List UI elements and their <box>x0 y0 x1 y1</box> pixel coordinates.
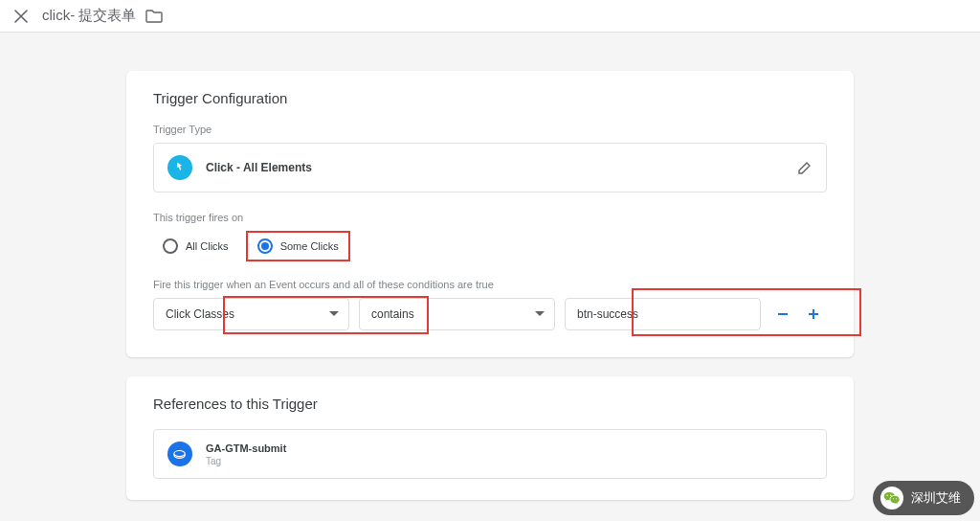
trigger-type-selector[interactable]: Click - All Elements <box>153 143 827 193</box>
trigger-type-value: Click - All Elements <box>206 161 312 174</box>
radio-icon <box>257 238 273 254</box>
click-icon <box>167 155 192 180</box>
trigger-config-card: Trigger Configuration Trigger Type Click… <box>126 71 854 357</box>
wechat-icon <box>880 487 903 510</box>
svg-rect-0 <box>778 313 788 315</box>
fires-on-label: This trigger fires on <box>153 212 827 223</box>
remove-condition-icon[interactable] <box>776 307 790 321</box>
radio-label: All Clicks <box>186 240 229 252</box>
svg-point-6 <box>896 498 897 499</box>
edit-icon[interactable] <box>797 160 813 175</box>
watermark-text: 深圳艾维 <box>911 489 961 507</box>
tag-icon <box>167 442 192 466</box>
wechat-watermark: 深圳艾维 <box>873 481 974 515</box>
select-value: Click Classes <box>166 307 234 321</box>
radio-label: Some Clicks <box>280 240 339 252</box>
references-title: References to this Trigger <box>153 396 827 412</box>
svg-point-5 <box>893 498 894 499</box>
folder-icon[interactable] <box>145 9 163 23</box>
condition-value-input[interactable] <box>565 298 761 330</box>
svg-rect-2 <box>809 313 818 315</box>
reference-type: Tag <box>206 456 286 466</box>
reference-item[interactable]: GA-GTM-submit Tag <box>153 429 827 479</box>
top-bar: click- 提交表单 <box>0 0 980 33</box>
chevron-down-icon <box>329 311 339 317</box>
svg-point-3 <box>886 495 887 496</box>
radio-some-clicks[interactable]: Some Clicks <box>246 231 350 261</box>
reference-name: GA-GTM-submit <box>206 442 286 454</box>
chevron-down-icon <box>535 311 545 317</box>
svg-point-4 <box>890 495 891 496</box>
condition-label: Fire this trigger when an Event occurs a… <box>153 279 827 290</box>
trigger-type-label: Trigger Type <box>153 124 827 135</box>
close-icon[interactable] <box>10 5 33 28</box>
card-title: Trigger Configuration <box>153 90 827 106</box>
select-value: contains <box>371 307 414 321</box>
radio-all-clicks[interactable]: All Clicks <box>153 233 238 260</box>
references-card: References to this Trigger GA-GTM-submit… <box>126 376 854 500</box>
trigger-title[interactable]: click- 提交表单 <box>42 7 136 25</box>
condition-variable-select[interactable]: Click Classes <box>153 298 349 330</box>
fires-on-radio-group: All Clicks Some Clicks <box>153 231 827 261</box>
radio-icon <box>163 238 178 254</box>
condition-operator-select[interactable]: contains <box>359 298 555 330</box>
add-condition-icon[interactable] <box>807 307 820 321</box>
condition-row: Click Classes contains <box>153 298 827 330</box>
